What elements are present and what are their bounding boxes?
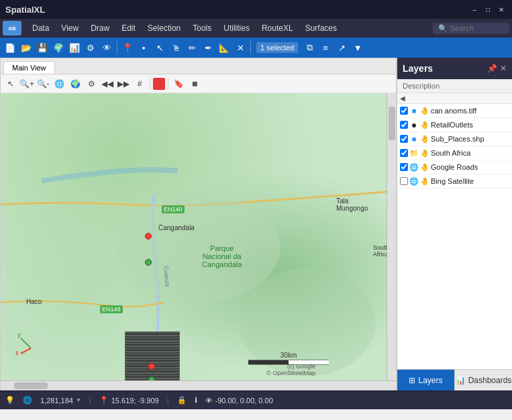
layer-checkbox-3[interactable] (400, 149, 408, 157)
table-button[interactable]: 📊 (67, 40, 82, 55)
marker-red-2 (148, 363, 155, 370)
layers-header: Layers 📌 ✕ (397, 58, 512, 79)
menu-data[interactable]: Data (27, 21, 54, 35)
layers-description-header: Description (397, 79, 512, 93)
menu-view[interactable]: View (56, 21, 84, 35)
menu-edit[interactable]: Edit (116, 21, 141, 35)
close-button[interactable]: ✕ (496, 4, 507, 15)
layers-list: ■ 🤚 can anoms.tiff ● 🤚 RetailOutlets ■ 🤚… (397, 104, 512, 369)
draw-tool1[interactable]: ✏ (185, 40, 199, 55)
select-tool[interactable]: ↖ (152, 40, 167, 55)
search-input[interactable] (450, 24, 504, 32)
list-button[interactable]: ≡ (318, 40, 333, 55)
scroll-thumb-v[interactable] (389, 107, 395, 140)
new-button[interactable]: 📄 (3, 40, 17, 55)
copy-button[interactable]: ⧉ (302, 40, 317, 55)
toolbar-sep1 (117, 41, 117, 54)
layer-checkbox-1[interactable] (400, 121, 408, 129)
settings-icon[interactable]: ⚙ (83, 40, 98, 55)
layer-checkbox-4[interactable] (400, 163, 408, 171)
cursor-tool[interactable]: ↖ (3, 76, 18, 91)
layer-checkbox-0[interactable] (400, 107, 408, 115)
scroll-thumb-h[interactable] (14, 382, 48, 389)
maximize-button[interactable]: □ (482, 4, 493, 15)
status-info-item[interactable]: ℹ (195, 396, 197, 405)
layer-type-icon-2: 🤚 (420, 134, 429, 144)
layer-dot-icon-1: ● (409, 120, 419, 129)
layer-item-4[interactable]: 🌐 🤚 Google Roads (397, 160, 512, 174)
search-icon: 🔍 (438, 24, 448, 33)
globe-view2[interactable]: 🌍 (68, 76, 83, 91)
coords-dropdown[interactable]: ▼ (76, 397, 81, 403)
collapse-button[interactable]: ◀ (400, 95, 405, 102)
menu-tools[interactable]: Tools (187, 21, 217, 35)
layer-vis-icon-4: 🌐 (409, 162, 419, 172)
bookmark-btn[interactable]: 🔖 (171, 76, 186, 91)
tab-bar: Main View (1, 58, 396, 74)
layer-item-3[interactable]: 📁 🤚 South Africa (397, 146, 512, 160)
globe-button[interactable]: 🌍 (51, 40, 66, 55)
color-picker[interactable] (153, 78, 165, 90)
status-coords-item[interactable]: 1,281,184 ▼ (40, 397, 81, 405)
layer-type-icon-5: 🤚 (420, 176, 429, 186)
dashboards-tab-label: Dashboards (468, 376, 512, 385)
clear-button[interactable]: ✕ (233, 40, 248, 55)
zoom-in[interactable]: 🔍+ (19, 76, 34, 91)
vertical-scrollbar[interactable] (387, 93, 396, 380)
menu-surfaces[interactable]: Surfaces (300, 21, 342, 35)
menu-utilities[interactable]: Utilities (218, 21, 255, 35)
square-button[interactable]: ▪ (136, 40, 151, 55)
horizontal-scrollbar[interactable] (1, 380, 396, 390)
map-canvas[interactable]: TalaMungongo Cangandala EN140 ParqueNaci… (1, 93, 396, 390)
svg-text:z: z (15, 350, 19, 355)
window-controls: – □ ✕ (469, 4, 507, 15)
pin-layers-button[interactable]: 📌 (487, 64, 497, 73)
layer-type-icon-3: 🤚 (420, 148, 429, 158)
main-view-tab[interactable]: Main View (3, 61, 55, 74)
open-button[interactable]: 📂 (19, 40, 34, 55)
layer-tabs: ⊞ Layers 📊 Dashboards (397, 369, 512, 390)
layer-type-icon-1: 🤚 (420, 120, 429, 129)
draw-tool3[interactable]: 📐 (217, 40, 232, 55)
layer-item-1[interactable]: ● 🤚 RetailOutlets (397, 118, 512, 132)
export-button[interactable]: ↗ (334, 40, 349, 55)
draw-tool2[interactable]: ✒ (201, 40, 215, 55)
info-icon: ℹ (195, 396, 197, 405)
axis-svg: y z (14, 321, 48, 355)
grid-view[interactable]: # (132, 76, 147, 91)
layer-item-5[interactable]: 🌐 🤚 Bing Satellite (397, 174, 512, 189)
layer-folder-icon-3: 📁 (409, 148, 419, 158)
pointer-tool[interactable]: 🖱 (168, 40, 183, 55)
dashboards-tab[interactable]: 📊 Dashboards (455, 370, 512, 390)
map-extra[interactable]: ◼ (187, 76, 202, 91)
status-sep1: | (89, 397, 91, 405)
minimize-button[interactable]: – (469, 4, 480, 15)
close-layers-button[interactable]: ✕ (500, 64, 507, 73)
save-button[interactable]: 💾 (35, 40, 50, 55)
zoom-out[interactable]: 🔍- (36, 76, 50, 91)
description-label: Description (403, 82, 440, 90)
camera-values: -90.00, 0.00, 0.00 (215, 397, 273, 405)
layer-item-2[interactable]: ■ 🤚 Sub_Places.shp (397, 132, 512, 146)
marker-green-1 (145, 259, 152, 266)
menubar: AB Data View Draw Edit Selection Tools U… (0, 19, 512, 38)
menu-draw[interactable]: Draw (85, 21, 115, 35)
layer-checkbox-2[interactable] (400, 135, 408, 143)
status-lock-item[interactable]: 🔒 (177, 396, 187, 405)
forward-nav[interactable]: ▶▶ (116, 76, 131, 91)
back-nav[interactable]: ◀◀ (100, 76, 115, 91)
location-icon: 📍 (99, 396, 109, 405)
dropdown-button[interactable]: ▼ (350, 40, 365, 55)
map-tb-sep2 (168, 78, 168, 90)
globe-view[interactable]: 🌐 (52, 76, 66, 91)
pin-button[interactable]: 📍 (120, 40, 135, 55)
svg-line-2 (21, 338, 31, 348)
menu-routexl[interactable]: RouteXL (256, 21, 299, 35)
layers-tab[interactable]: ⊞ Layers (397, 370, 455, 390)
layer-item-0[interactable]: ■ 🤚 can anoms.tiff (397, 104, 512, 118)
menu-selection[interactable]: Selection (142, 21, 186, 35)
status-globe-item: 🌐 (23, 396, 32, 405)
eye-tool[interactable]: 👁 (99, 40, 114, 55)
layer-checkbox-5[interactable] (400, 177, 408, 185)
settings-map[interactable]: ⚙ (84, 76, 99, 91)
